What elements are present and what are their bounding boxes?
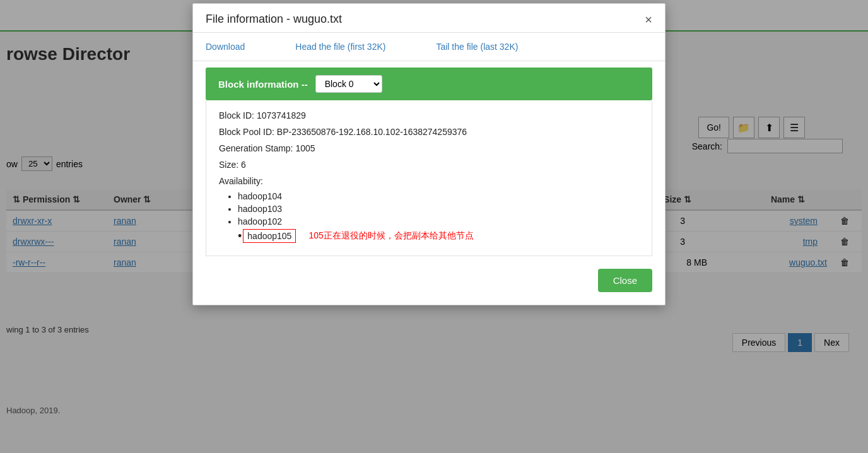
annotation-text: 105正在退役的时候，会把副本给其他节点 [308,230,473,242]
availability-label: Availability: [219,176,639,186]
generation-stamp-line: Generation Stamp: 1005 [219,143,639,153]
modal-title: File information - wuguo.txt [206,13,342,26]
node-hadoop103: hadoop103 [238,204,639,214]
modal-links-bar: Download Head the file (first 32K) Tail … [193,33,665,61]
size-line: Size: 6 [219,160,639,170]
block-details-panel: Block ID: 1073741829 Block Pool ID: BP-2… [206,100,652,256]
modal-header: File information - wuguo.txt × [193,4,665,33]
node-hadoop102: hadoop102 [238,216,639,226]
node-hadoop104: hadoop104 [238,191,639,201]
block-info-header: Block information -- Block 0 [206,68,652,100]
tail-file-link[interactable]: Tail the file (last 32K) [436,42,518,52]
download-link[interactable]: Download [206,42,245,52]
modal-footer: Close [193,256,665,305]
node-hadoop105-row: • hadoop105 105正在退役的时候，会把副本给其他节点 [238,229,639,243]
file-info-modal: File information - wuguo.txt × Download … [192,3,666,305]
block-pool-id-line: Block Pool ID: BP-233650876-192.168.10.1… [219,127,639,137]
hadoop105-bullet: • [238,230,242,242]
modal-close-button[interactable]: × [645,13,652,26]
block-info-label: Block information -- [218,79,308,90]
node-hadoop105: hadoop105 [243,229,296,243]
block-select[interactable]: Block 0 [315,75,382,93]
availability-list: hadoop104 hadoop103 hadoop102 • hadoop10… [219,191,639,243]
head-file-link[interactable]: Head the file (first 32K) [295,42,385,52]
close-button[interactable]: Close [598,269,652,292]
block-id-line: Block ID: 1073741829 [219,110,639,121]
